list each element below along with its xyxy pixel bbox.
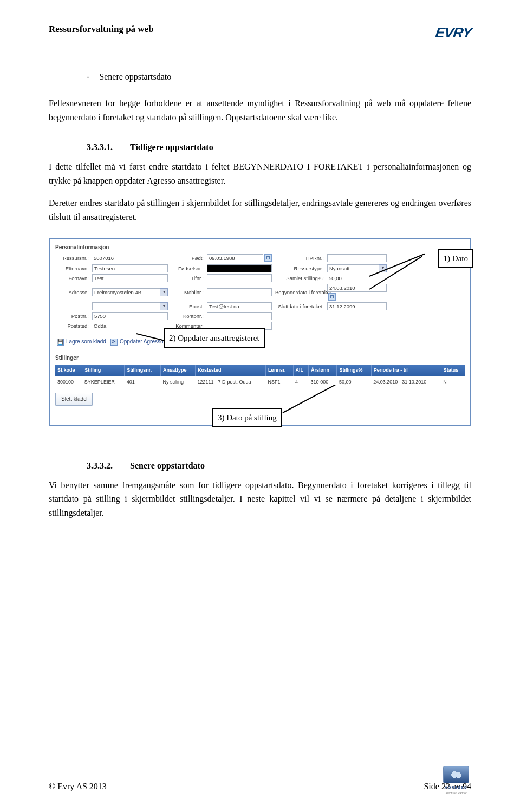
input-mobilnr[interactable] bbox=[207, 288, 272, 296]
refresh-icon: ⟳ bbox=[110, 339, 118, 346]
callout-dato: 1) Dato bbox=[438, 249, 473, 268]
input-adresse-2[interactable] bbox=[92, 302, 160, 310]
slett-kladd-button[interactable]: Slett kladd bbox=[55, 393, 93, 406]
chevron-down-icon[interactable]: ▾ bbox=[160, 288, 168, 296]
label-begynnerdato: Begynnerdato i foretaket: bbox=[275, 288, 324, 296]
td-status: N bbox=[441, 376, 465, 387]
callout-line bbox=[283, 385, 336, 413]
input-postnr[interactable]: 5750 bbox=[92, 312, 168, 320]
label-tlfnr: Tlfnr.: bbox=[171, 274, 204, 282]
lagre-label: Lagre som kladd bbox=[66, 337, 106, 346]
paragraph-deretter: Deretter endres startdato på stillingen … bbox=[49, 196, 471, 224]
td-stkode: 300100 bbox=[55, 376, 82, 387]
doc-title: Ressursforvaltning på web bbox=[49, 22, 154, 36]
bullet-senere-oppstart: Senere oppstartsdato bbox=[87, 70, 471, 84]
td-stillingsnr: 401 bbox=[125, 376, 161, 387]
callout-dato-stilling: 3) Dato på stilling bbox=[212, 408, 282, 427]
value-ressursnr: 5007016 bbox=[92, 254, 168, 262]
label-adresse: Adresse: bbox=[55, 288, 89, 296]
label-poststed: Poststed: bbox=[55, 322, 89, 330]
th-status[interactable]: Status bbox=[441, 365, 465, 376]
section-title-senere: Senere oppstartdato bbox=[130, 461, 205, 470]
section-number-3331: 3.3.3.1. bbox=[87, 142, 113, 152]
input-kontonr[interactable] bbox=[207, 312, 272, 320]
input-adresse[interactable]: Freimsmyostølen 4B bbox=[92, 288, 160, 296]
label-mobilnr: Mobilnr.: bbox=[171, 288, 204, 296]
th-stilling[interactable]: Stilling bbox=[82, 365, 125, 376]
section-number-3332: 3.3.3.2. bbox=[87, 461, 113, 470]
td-kostssted: 122111 - 7 D-post, Odda bbox=[195, 376, 265, 387]
input-etternavn[interactable]: Testesen bbox=[92, 264, 168, 272]
logo-evry: EVRY bbox=[435, 22, 471, 44]
save-icon: 💾 bbox=[57, 339, 64, 346]
value-samlet-stilling: 50,00 bbox=[327, 274, 387, 282]
date-picker-icon[interactable] bbox=[328, 293, 336, 301]
paragraph-tilfellet: I dette tilfellet må vi først endre star… bbox=[49, 160, 471, 187]
th-stkode[interactable]: St.kode bbox=[55, 365, 82, 376]
label-sluttdato: Sluttdato i foretaket: bbox=[275, 302, 324, 310]
label-etternavn: Etternavn: bbox=[55, 264, 89, 272]
value-poststed: Odda bbox=[92, 322, 168, 330]
label-fodselsnr: Fødselsnr.: bbox=[171, 264, 204, 272]
label-samlet-stilling: Samlet stilling%: bbox=[275, 274, 324, 282]
chevron-down-icon[interactable]: ▾ bbox=[160, 302, 168, 310]
input-hprnr[interactable] bbox=[327, 254, 387, 262]
label-fodt: Født: bbox=[171, 254, 204, 262]
stillinger-table: St.kode Stilling Stillingsnr. Ansattype … bbox=[55, 365, 465, 387]
th-arslonn[interactable]: Årslønn bbox=[309, 365, 337, 376]
th-alt[interactable]: Alt. bbox=[293, 365, 309, 376]
screenshot-personalinfo: Personalinformasjon Ressursnr.: 5007016 … bbox=[49, 238, 471, 426]
input-epost[interactable]: Test@test.no bbox=[207, 302, 272, 310]
label-kontonr: Kontonr.: bbox=[171, 312, 204, 320]
td-stillingspct: 50,00 bbox=[337, 376, 371, 387]
agresso-logo: AGRESSO Autorisert Partner bbox=[441, 766, 471, 795]
select-ressurstype[interactable]: Nyansatt bbox=[327, 264, 379, 272]
input-fornavn[interactable]: Test bbox=[92, 274, 168, 282]
agresso-subtext: Autorisert Partner bbox=[445, 791, 466, 795]
input-begynnerdato[interactable]: 24.03.2010 bbox=[327, 284, 387, 292]
td-periode: 24.03.2010 - 31.10.2010 bbox=[371, 376, 441, 387]
section-title-tidligere: Tidligere oppstartdato bbox=[130, 142, 213, 152]
th-lonnsr[interactable]: Lønnsr. bbox=[266, 365, 293, 376]
footer-divider bbox=[49, 777, 471, 777]
td-lonnsr: NSF1 bbox=[266, 376, 293, 387]
th-periode[interactable]: Periode fra - til bbox=[371, 365, 441, 376]
label-fornavn: Fornavn: bbox=[55, 274, 89, 282]
label-postnr: Postnr.: bbox=[55, 312, 89, 320]
th-ansattype[interactable]: Ansattype bbox=[161, 365, 196, 376]
td-ansattype: Ny stilling bbox=[161, 376, 196, 387]
fig-section-title: Personalinformasjon bbox=[55, 243, 465, 252]
agresso-text: AGRESSO bbox=[445, 784, 467, 790]
label-epost: Epost: bbox=[171, 302, 204, 310]
input-tlfnr[interactable] bbox=[207, 274, 272, 282]
stillinger-title: Stillinger bbox=[55, 354, 465, 362]
lagre-som-kladd-button[interactable]: 💾 Lagre som kladd bbox=[55, 336, 108, 347]
label-hprnr: HPRnr.: bbox=[275, 254, 324, 262]
td-stilling: SYKEPLEIER bbox=[82, 376, 125, 387]
footer-copyright: © Evry AS 2013 bbox=[49, 779, 107, 794]
date-picker-icon[interactable] bbox=[264, 254, 272, 262]
th-kostssted[interactable]: Kostssted bbox=[195, 365, 265, 376]
label-ressursnr: Ressursnr.: bbox=[55, 254, 89, 262]
label-ressurstype: Ressurstype: bbox=[275, 264, 324, 272]
paragraph-benytter: Vi benytter samme fremgangsmåte som for … bbox=[49, 478, 471, 520]
input-fodt[interactable]: 09.03.1988 bbox=[207, 254, 263, 262]
th-stillingspct[interactable]: Stillings% bbox=[337, 365, 371, 376]
table-row[interactable]: 300100 SYKEPLEIER 401 Ny stilling 122111… bbox=[55, 376, 465, 387]
paragraph-fellesnevner: Fellesnevneren for begge forholdene er a… bbox=[49, 96, 471, 124]
value-fodselsnr-redacted bbox=[207, 264, 272, 272]
td-alt: 4 bbox=[293, 376, 309, 387]
input-sluttdato[interactable]: 31.12.2099 bbox=[327, 302, 387, 310]
callout-oppdater: 2) Oppdater ansattregisteret bbox=[164, 328, 265, 348]
th-stillingsnr[interactable]: Stillingsnr. bbox=[125, 365, 161, 376]
header-divider bbox=[49, 48, 471, 48]
